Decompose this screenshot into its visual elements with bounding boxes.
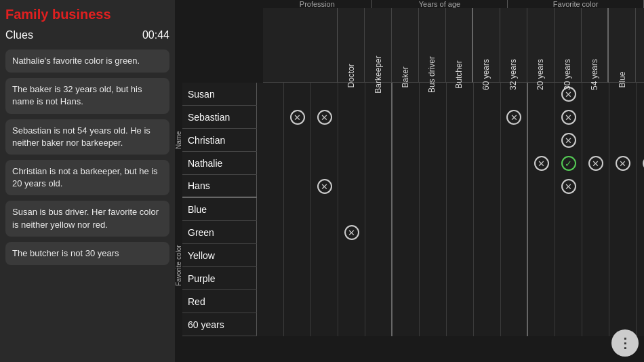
grid-cell-4-7[interactable] [447,175,474,198]
grid-cell-9-1[interactable] [284,290,311,313]
grid-cell-3-7[interactable] [447,152,474,175]
grid-cell-8-14[interactable] [637,267,644,290]
grid-cell-8-0[interactable] [257,267,284,290]
grid-cell-7-12[interactable] [582,244,609,267]
grid-cell-3-12[interactable]: ✕ [582,152,609,175]
grid-cell-4-10[interactable] [528,175,555,198]
grid-cell-3-5[interactable] [393,152,420,175]
grid-cell-8-2[interactable] [311,267,338,290]
grid-cell-4-3[interactable] [338,175,365,198]
grid-cell-8-6[interactable] [420,267,447,290]
grid-cell-3-14[interactable]: ✕ [637,152,644,175]
grid-cell-8-9[interactable] [501,267,528,290]
grid-cell-2-10[interactable] [528,129,555,152]
grid-cell-3-3[interactable] [338,152,365,175]
grid-cell-3-2[interactable] [311,152,338,175]
grid-cell-6-0[interactable] [257,221,284,244]
grid-cell-8-12[interactable] [582,267,609,290]
grid-cell-2-5[interactable] [393,129,420,152]
grid-cell-0-0[interactable] [257,83,284,106]
grid-cell-7-5[interactable] [393,244,420,267]
grid-cell-1-3[interactable] [338,106,365,129]
grid-cell-6-13[interactable] [609,221,637,244]
grid-cell-2-12[interactable] [582,129,609,152]
grid-cell-7-11[interactable] [555,244,582,267]
grid-cell-3-6[interactable] [420,152,447,175]
grid-cell-9-2[interactable] [311,290,338,313]
grid-cell-9-11[interactable] [555,290,582,313]
grid-cell-8-3[interactable] [338,267,365,290]
grid-cell-9-0[interactable] [257,290,284,313]
grid-cell-5-8[interactable] [474,198,501,221]
grid-cell-5-4[interactable] [365,198,393,221]
grid-cell-0-14[interactable] [637,83,644,106]
grid-cell-9-9[interactable] [501,290,528,313]
grid-cell-2-9[interactable] [501,129,528,152]
grid-cell-1-13[interactable] [609,106,637,129]
grid-cell-2-1[interactable] [284,129,311,152]
grid-cell-4-4[interactable] [365,175,393,198]
grid-cell-5-10[interactable] [528,198,555,221]
grid-cell-3-1[interactable] [284,152,311,175]
grid-cell-6-3[interactable]: ✕ [338,221,365,244]
grid-cell-4-12[interactable] [582,175,609,198]
grid-cell-4-2[interactable]: ✕ [311,175,338,198]
grid-cell-6-10[interactable] [528,221,555,244]
grid-cell-7-7[interactable] [447,244,474,267]
grid-cell-10-8[interactable] [474,313,501,336]
grid-cell-5-7[interactable] [447,198,474,221]
grid-cell-5-12[interactable] [582,198,609,221]
grid-cell-7-13[interactable] [609,244,637,267]
grid-cell-10-0[interactable] [257,313,284,336]
grid-cell-6-4[interactable] [365,221,393,244]
grid-cell-10-1[interactable] [284,313,311,336]
grid-cell-2-8[interactable] [474,129,501,152]
grid-cell-2-0[interactable] [257,129,284,152]
grid-cell-4-9[interactable] [501,175,528,198]
grid-cell-7-3[interactable] [338,244,365,267]
grid-cell-10-11[interactable] [555,313,582,336]
grid-cell-9-14[interactable] [637,290,644,313]
grid-cell-5-14[interactable] [637,198,644,221]
grid-cell-10-10[interactable] [528,313,555,336]
grid-cell-2-14[interactable] [637,129,644,152]
grid-cell-2-2[interactable] [311,129,338,152]
grid-cell-7-9[interactable] [501,244,528,267]
grid-cell-1-6[interactable] [420,106,447,129]
grid-cell-2-13[interactable] [609,129,637,152]
grid-cell-3-0[interactable] [257,152,284,175]
grid-cell-4-6[interactable] [420,175,447,198]
grid-cell-6-14[interactable] [637,221,644,244]
grid-cell-9-6[interactable] [420,290,447,313]
grid-cell-6-2[interactable] [311,221,338,244]
grid-cell-1-9[interactable]: ✕ [501,106,528,129]
grid-cell-1-11[interactable]: ✕ [555,106,582,129]
grid-cell-9-8[interactable] [474,290,501,313]
grid-cell-10-4[interactable] [365,313,393,336]
grid-cell-7-10[interactable] [528,244,555,267]
grid-cell-9-12[interactable] [582,290,609,313]
grid-cell-10-9[interactable] [501,313,528,336]
grid-cell-2-6[interactable] [420,129,447,152]
grid-cell-3-8[interactable] [474,152,501,175]
grid-cell-3-9[interactable] [501,152,528,175]
grid-cell-2-4[interactable] [365,129,393,152]
grid-cell-1-2[interactable]: ✕ [311,106,338,129]
grid-cell-6-6[interactable] [420,221,447,244]
grid-cell-5-2[interactable] [311,198,338,221]
grid-cell-7-8[interactable] [474,244,501,267]
grid-cell-1-7[interactable] [447,106,474,129]
grid-cell-1-1[interactable]: ✕ [284,106,311,129]
grid-cell-5-13[interactable] [609,198,637,221]
grid-cell-7-6[interactable] [420,244,447,267]
grid-cell-7-1[interactable] [284,244,311,267]
grid-cell-4-1[interactable] [284,175,311,198]
grid-cell-4-8[interactable] [474,175,501,198]
grid-cell-4-14[interactable] [637,175,644,198]
grid-cell-9-10[interactable] [528,290,555,313]
grid-cell-8-10[interactable] [528,267,555,290]
grid-cell-6-12[interactable] [582,221,609,244]
grid-cell-7-0[interactable] [257,244,284,267]
grid-cell-2-11[interactable]: ✕ [555,129,582,152]
grid-cell-5-11[interactable] [555,198,582,221]
